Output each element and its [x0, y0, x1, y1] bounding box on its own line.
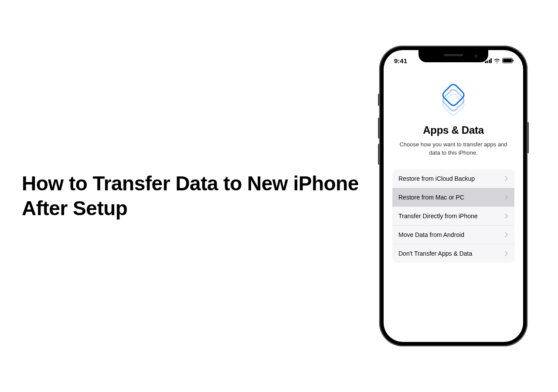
option-restore-icloud[interactable]: Restore from iCloud Backup	[392, 169, 514, 188]
option-label: Transfer Directly from iPhone	[398, 213, 478, 220]
battery-icon	[502, 58, 513, 63]
chevron-right-icon	[505, 195, 508, 200]
notch	[418, 50, 488, 62]
volume-up-button	[378, 118, 379, 139]
screen-content: Apps & Data Choose how you want to trans…	[384, 69, 523, 263]
apps-data-stack-icon	[440, 86, 466, 116]
option-label: Restore from Mac or PC	[398, 194, 464, 201]
mute-switch	[378, 94, 379, 106]
phone-frame: 9:41	[379, 46, 527, 346]
chevron-right-icon	[505, 176, 508, 181]
option-label: Restore from iCloud Backup	[398, 175, 475, 182]
chevron-right-icon	[505, 232, 508, 237]
volume-down-button	[378, 144, 379, 165]
transfer-options-list: Restore from iCloud Backup Restore from …	[392, 169, 514, 263]
option-label: Move Data from Android	[398, 231, 464, 238]
page-container: How to Transfer Data to New iPhone After…	[0, 0, 558, 392]
option-move-android[interactable]: Move Data from Android	[392, 226, 514, 244]
option-dont-transfer[interactable]: Don't Transfer Apps & Data	[392, 244, 514, 263]
option-restore-mac-pc[interactable]: Restore from Mac or PC	[392, 188, 514, 207]
status-indicators	[485, 56, 513, 63]
option-transfer-iphone[interactable]: Transfer Directly from iPhone	[392, 207, 514, 226]
screen-title: Apps & Data	[392, 124, 514, 136]
power-button	[527, 122, 529, 153]
status-time: 9:41	[394, 55, 407, 64]
speaker-grille	[444, 54, 463, 56]
chevron-right-icon	[505, 213, 508, 219]
page-headline: How to Transfer Data to New iPhone After…	[22, 171, 371, 221]
front-camera	[474, 54, 478, 58]
option-label: Don't Transfer Apps & Data	[398, 250, 472, 257]
phone-wrapper: 9:41	[371, 46, 536, 346]
chevron-right-icon	[505, 251, 508, 256]
screen-subtitle: Choose how you want to transfer apps and…	[392, 141, 514, 157]
phone-screen: 9:41	[384, 50, 523, 342]
wifi-icon	[493, 58, 500, 63]
